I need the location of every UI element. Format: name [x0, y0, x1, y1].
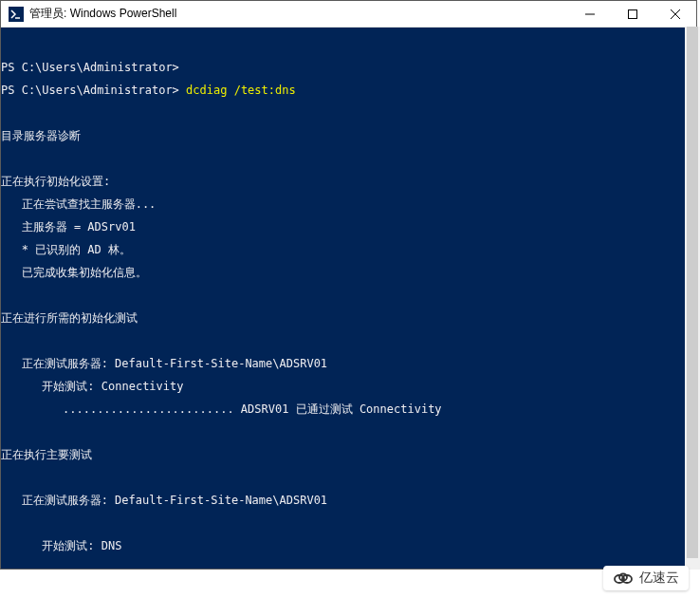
- output-line: [1, 335, 696, 346]
- output-line: [1, 426, 696, 438]
- window-controls: [568, 1, 696, 27]
- output-line: 正在进行所需的初始化测试: [1, 312, 696, 324]
- maximize-button[interactable]: [611, 1, 654, 27]
- powershell-icon: [9, 7, 24, 22]
- output-line: 开始测试: Connectivity: [1, 381, 696, 392]
- cloud-icon: [613, 571, 634, 585]
- output-line: 已完成收集初始化信息。: [1, 267, 696, 278]
- output-line: 正在测试服务器: Default-First-Site-Name\ADSRV01: [1, 495, 696, 506]
- prompt-path: PS C:\Users\Administrator>: [1, 84, 179, 97]
- output-line: 目录服务器诊断: [1, 130, 696, 141]
- vertical-scrollbar[interactable]: [685, 27, 700, 570]
- output-line: 正在尝试查找主服务器...: [1, 198, 696, 210]
- output-line: [1, 107, 696, 119]
- close-button[interactable]: [654, 1, 696, 27]
- output-line: [1, 153, 696, 164]
- output-line: [1, 563, 696, 569]
- output-line: 主服务器 = ADSrv01: [1, 221, 696, 233]
- console-output: PS C:\Users\Administrator> PS C:\Users\A…: [1, 50, 696, 569]
- powershell-window: 管理员: Windows PowerShell PS C:\Users\Admi…: [0, 0, 697, 570]
- output-line: ......................... ADSRV01 已通过测试 …: [1, 403, 696, 415]
- svg-rect-0: [628, 9, 636, 18]
- output-line: 开始测试: DNS: [1, 540, 696, 551]
- scrollbar-thumb[interactable]: [687, 27, 698, 558]
- command-text: dcdiag /test:dns: [186, 84, 296, 97]
- output-line: * 已识别的 AD 林。: [1, 244, 696, 255]
- output-line: [1, 517, 696, 529]
- console-area[interactable]: PS C:\Users\Administrator> PS C:\Users\A…: [1, 28, 696, 569]
- output-line: [1, 472, 696, 483]
- window-title: 管理员: Windows PowerShell: [29, 6, 568, 22]
- output-line: 正在执行初始化设置:: [1, 176, 696, 187]
- output-line: [1, 290, 696, 301]
- minimize-button[interactable]: [568, 1, 611, 27]
- watermark: 亿速云: [603, 566, 689, 590]
- output-line: 正在执行主要测试: [1, 449, 696, 460]
- prompt-path: PS C:\Users\Administrator>: [1, 61, 179, 74]
- output-line: 正在测试服务器: Default-First-Site-Name\ADSRV01: [1, 358, 696, 369]
- watermark-text: 亿速云: [639, 570, 679, 587]
- titlebar[interactable]: 管理员: Windows PowerShell: [1, 1, 696, 28]
